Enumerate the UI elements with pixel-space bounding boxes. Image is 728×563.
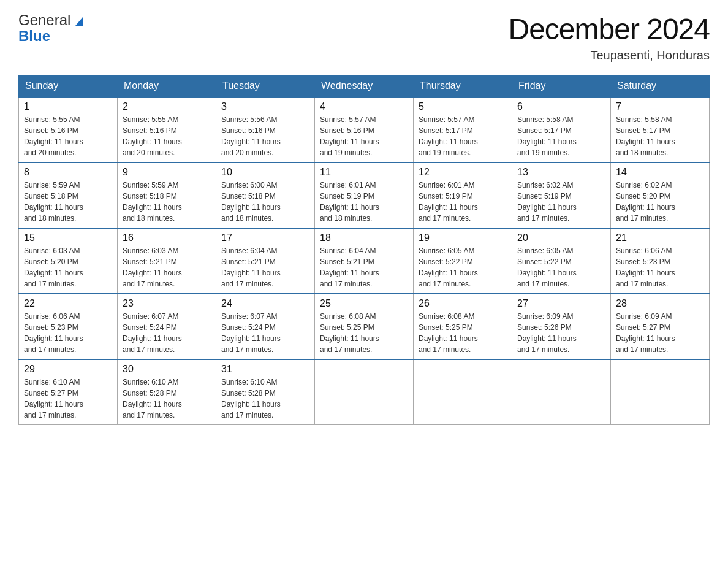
week-row-1: 1Sunrise: 5:55 AMSunset: 5:16 PMDaylight… bbox=[19, 97, 710, 163]
day-number: 30 bbox=[123, 364, 211, 375]
calendar-cell: 18Sunrise: 6:04 AMSunset: 5:21 PMDayligh… bbox=[315, 228, 414, 294]
calendar-cell: 15Sunrise: 6:03 AMSunset: 5:20 PMDayligh… bbox=[19, 228, 118, 294]
day-number: 31 bbox=[221, 364, 309, 375]
day-info: Sunrise: 6:01 AMSunset: 5:19 PMDaylight:… bbox=[320, 180, 408, 224]
calendar-cell: 28Sunrise: 6:09 AMSunset: 5:27 PMDayligh… bbox=[611, 294, 710, 359]
calendar-cell: 16Sunrise: 6:03 AMSunset: 5:21 PMDayligh… bbox=[118, 228, 216, 294]
week-row-4: 22Sunrise: 6:06 AMSunset: 5:23 PMDayligh… bbox=[19, 294, 710, 359]
day-number: 28 bbox=[616, 298, 704, 309]
day-number: 9 bbox=[123, 167, 211, 178]
day-number: 23 bbox=[123, 298, 211, 309]
calendar-cell: 27Sunrise: 6:09 AMSunset: 5:26 PMDayligh… bbox=[512, 294, 611, 359]
day-info: Sunrise: 6:09 AMSunset: 5:26 PMDaylight:… bbox=[517, 311, 605, 355]
day-info: Sunrise: 6:05 AMSunset: 5:22 PMDaylight:… bbox=[419, 245, 507, 289]
day-info: Sunrise: 6:02 AMSunset: 5:19 PMDaylight:… bbox=[517, 180, 605, 224]
logo-blue-text: Blue bbox=[18, 28, 50, 44]
calendar-cell: 13Sunrise: 6:02 AMSunset: 5:19 PMDayligh… bbox=[512, 163, 611, 228]
day-number: 14 bbox=[616, 167, 704, 178]
calendar-cell: 31Sunrise: 6:10 AMSunset: 5:28 PMDayligh… bbox=[216, 359, 315, 425]
day-header-wednesday: Wednesday bbox=[315, 75, 414, 98]
calendar-cell: 9Sunrise: 5:59 AMSunset: 5:18 PMDaylight… bbox=[118, 163, 216, 228]
day-number: 12 bbox=[419, 167, 507, 178]
day-header-saturday: Saturday bbox=[611, 75, 710, 98]
day-info: Sunrise: 6:04 AMSunset: 5:21 PMDaylight:… bbox=[320, 245, 408, 289]
calendar-cell bbox=[315, 359, 414, 425]
day-number: 7 bbox=[616, 101, 704, 112]
calendar-cell: 7Sunrise: 5:58 AMSunset: 5:17 PMDaylight… bbox=[611, 97, 710, 163]
day-number: 6 bbox=[517, 101, 605, 112]
day-number: 26 bbox=[419, 298, 507, 309]
day-header-monday: Monday bbox=[118, 75, 216, 98]
day-info: Sunrise: 6:03 AMSunset: 5:20 PMDaylight:… bbox=[24, 245, 112, 289]
day-number: 15 bbox=[24, 232, 112, 243]
day-info: Sunrise: 6:03 AMSunset: 5:21 PMDaylight:… bbox=[123, 245, 211, 289]
day-number: 19 bbox=[419, 232, 507, 243]
calendar-cell: 23Sunrise: 6:07 AMSunset: 5:24 PMDayligh… bbox=[118, 294, 216, 359]
day-info: Sunrise: 6:10 AMSunset: 5:28 PMDaylight:… bbox=[221, 377, 309, 421]
day-info: Sunrise: 5:57 AMSunset: 5:16 PMDaylight:… bbox=[320, 114, 408, 158]
calendar-cell: 5Sunrise: 5:57 AMSunset: 5:17 PMDaylight… bbox=[414, 97, 512, 163]
calendar-cell: 17Sunrise: 6:04 AMSunset: 5:21 PMDayligh… bbox=[216, 228, 315, 294]
day-number: 20 bbox=[517, 232, 605, 243]
day-info: Sunrise: 5:59 AMSunset: 5:18 PMDaylight:… bbox=[123, 180, 211, 224]
logo: General Blue bbox=[18, 12, 86, 45]
calendar-cell: 1Sunrise: 5:55 AMSunset: 5:16 PMDaylight… bbox=[19, 97, 118, 163]
calendar-cell: 2Sunrise: 5:55 AMSunset: 5:16 PMDaylight… bbox=[118, 97, 216, 163]
day-info: Sunrise: 6:07 AMSunset: 5:24 PMDaylight:… bbox=[221, 311, 309, 355]
day-info: Sunrise: 6:01 AMSunset: 5:19 PMDaylight:… bbox=[419, 180, 507, 224]
day-number: 29 bbox=[24, 364, 112, 375]
day-info: Sunrise: 5:58 AMSunset: 5:17 PMDaylight:… bbox=[616, 114, 704, 158]
day-number: 22 bbox=[24, 298, 112, 309]
day-info: Sunrise: 6:08 AMSunset: 5:25 PMDaylight:… bbox=[320, 311, 408, 355]
calendar-cell: 20Sunrise: 6:05 AMSunset: 5:22 PMDayligh… bbox=[512, 228, 611, 294]
week-row-3: 15Sunrise: 6:03 AMSunset: 5:20 PMDayligh… bbox=[19, 228, 710, 294]
day-number: 11 bbox=[320, 167, 408, 178]
title-block: December 2024 Teupasenti, Honduras bbox=[508, 12, 710, 63]
day-number: 5 bbox=[419, 101, 507, 112]
day-info: Sunrise: 5:57 AMSunset: 5:17 PMDaylight:… bbox=[419, 114, 507, 158]
day-number: 21 bbox=[616, 232, 704, 243]
day-info: Sunrise: 6:00 AMSunset: 5:18 PMDaylight:… bbox=[221, 180, 309, 224]
day-info: Sunrise: 6:02 AMSunset: 5:20 PMDaylight:… bbox=[616, 180, 704, 224]
day-info: Sunrise: 5:55 AMSunset: 5:16 PMDaylight:… bbox=[123, 114, 211, 158]
calendar-cell: 6Sunrise: 5:58 AMSunset: 5:17 PMDaylight… bbox=[512, 97, 611, 163]
day-number: 10 bbox=[221, 167, 309, 178]
page-header: General Blue December 2024 Teupasenti, H… bbox=[18, 12, 710, 63]
logo-general-text: General bbox=[18, 12, 70, 28]
day-number: 4 bbox=[320, 101, 408, 112]
calendar-table: SundayMondayTuesdayWednesdayThursdayFrid… bbox=[18, 75, 710, 425]
day-header-sunday: Sunday bbox=[19, 75, 118, 98]
day-number: 8 bbox=[24, 167, 112, 178]
week-row-2: 8Sunrise: 5:59 AMSunset: 5:18 PMDaylight… bbox=[19, 163, 710, 228]
day-number: 24 bbox=[221, 298, 309, 309]
calendar-cell bbox=[611, 359, 710, 425]
day-number: 2 bbox=[123, 101, 211, 112]
calendar-header-row: SundayMondayTuesdayWednesdayThursdayFrid… bbox=[19, 75, 710, 98]
day-number: 18 bbox=[320, 232, 408, 243]
calendar-cell: 14Sunrise: 6:02 AMSunset: 5:20 PMDayligh… bbox=[611, 163, 710, 228]
day-header-tuesday: Tuesday bbox=[216, 75, 315, 98]
calendar-cell bbox=[512, 359, 611, 425]
calendar-cell: 29Sunrise: 6:10 AMSunset: 5:27 PMDayligh… bbox=[19, 359, 118, 425]
day-info: Sunrise: 5:55 AMSunset: 5:16 PMDaylight:… bbox=[24, 114, 112, 158]
calendar-cell: 10Sunrise: 6:00 AMSunset: 5:18 PMDayligh… bbox=[216, 163, 315, 228]
calendar-cell: 19Sunrise: 6:05 AMSunset: 5:22 PMDayligh… bbox=[414, 228, 512, 294]
calendar-cell: 4Sunrise: 5:57 AMSunset: 5:16 PMDaylight… bbox=[315, 97, 414, 163]
day-info: Sunrise: 6:10 AMSunset: 5:27 PMDaylight:… bbox=[24, 377, 112, 421]
day-info: Sunrise: 5:56 AMSunset: 5:16 PMDaylight:… bbox=[221, 114, 309, 158]
day-header-thursday: Thursday bbox=[414, 75, 512, 98]
calendar-cell: 3Sunrise: 5:56 AMSunset: 5:16 PMDaylight… bbox=[216, 97, 315, 163]
calendar-cell: 26Sunrise: 6:08 AMSunset: 5:25 PMDayligh… bbox=[414, 294, 512, 359]
calendar-cell: 21Sunrise: 6:06 AMSunset: 5:23 PMDayligh… bbox=[611, 228, 710, 294]
day-info: Sunrise: 6:09 AMSunset: 5:27 PMDaylight:… bbox=[616, 311, 704, 355]
day-number: 1 bbox=[24, 101, 112, 112]
day-header-friday: Friday bbox=[512, 75, 611, 98]
day-number: 13 bbox=[517, 167, 605, 178]
calendar-cell bbox=[414, 359, 512, 425]
day-number: 3 bbox=[221, 101, 309, 112]
calendar-subtitle: Teupasenti, Honduras bbox=[508, 48, 710, 63]
svg-marker-0 bbox=[75, 17, 83, 26]
week-row-5: 29Sunrise: 6:10 AMSunset: 5:27 PMDayligh… bbox=[19, 359, 710, 425]
day-info: Sunrise: 6:04 AMSunset: 5:21 PMDaylight:… bbox=[221, 245, 309, 289]
day-info: Sunrise: 5:59 AMSunset: 5:18 PMDaylight:… bbox=[24, 180, 112, 224]
